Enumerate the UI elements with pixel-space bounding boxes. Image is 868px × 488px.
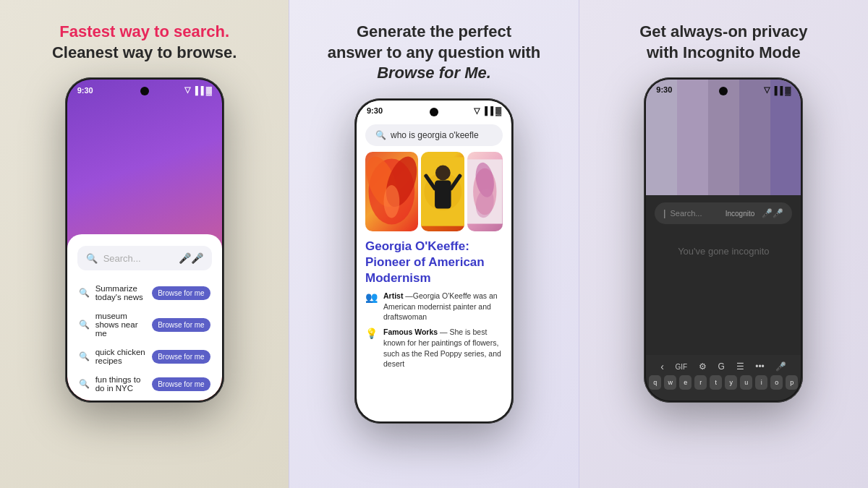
search-icon-2: 🔍 bbox=[375, 130, 386, 140]
browse-btn-3[interactable]: Browse for me bbox=[152, 350, 210, 364]
key-w[interactable]: w bbox=[664, 375, 676, 390]
search-query-2: who is georgia o'keefle bbox=[391, 130, 479, 140]
battery-icon-1: ▓ bbox=[206, 86, 212, 95]
status-time-1: 9:30 bbox=[77, 86, 93, 95]
search-box-1[interactable]: 🔍 Search... 🎤🎤 bbox=[77, 246, 212, 270]
result-item-1: 👥 Artist —Georgia O'Keeffe was an Americ… bbox=[365, 291, 503, 322]
result-item-2: 💡 Famous Works — She is best known for h… bbox=[365, 327, 503, 369]
panel3-title: Get always-on privacy with Incognito Mod… bbox=[639, 22, 807, 63]
suggestion-3[interactable]: 🔍 quick chicken recipes Browse for me bbox=[77, 343, 212, 370]
panel3-title-line1: Get always-on privacy bbox=[639, 22, 807, 40]
suggestion-1[interactable]: 🔍 Summarize today's news Browse for me bbox=[77, 279, 212, 307]
incognito-keyboard: ‹ GIF ⚙ G ☰ ••• 🎤 q w e r t bbox=[646, 355, 801, 401]
image-person bbox=[421, 152, 465, 231]
key-o[interactable]: o bbox=[770, 375, 783, 390]
voice-icon[interactable]: 🎤 bbox=[775, 361, 786, 372]
browse-btn-1[interactable]: Browse for me bbox=[152, 286, 210, 300]
search-icon-s1: 🔍 bbox=[79, 288, 90, 298]
key-q[interactable]: q bbox=[649, 375, 661, 390]
phone-3: 9:30 ▽ ▐▐ ▓ | Search... Incognito 🎤🎤 You… bbox=[644, 77, 803, 403]
panel-fastest-search: Fastest way to search. Cleanest way to b… bbox=[0, 0, 289, 488]
svg-point-6 bbox=[435, 165, 451, 180]
panel2-title: Generate the perfect answer to any quest… bbox=[328, 22, 541, 84]
settings-icon[interactable]: ⚙ bbox=[699, 361, 707, 372]
suggestion-text-3: quick chicken recipes bbox=[95, 348, 148, 365]
camera-hole-2 bbox=[430, 108, 438, 116]
incognito-search-bar[interactable]: | Search... Incognito 🎤🎤 bbox=[655, 202, 792, 224]
key-t[interactable]: t bbox=[710, 375, 722, 390]
artist-icon: 👥 bbox=[365, 291, 378, 322]
wifi-icon-2: ▽ bbox=[474, 106, 480, 116]
battery-icon-2: ▓ bbox=[495, 106, 501, 115]
search-icon-s3: 🔍 bbox=[79, 351, 90, 361]
result-label-1: Artist bbox=[383, 291, 405, 300]
back-icon[interactable]: ‹ bbox=[660, 361, 664, 372]
result-text-1: Artist —Georgia O'Keeffe was an American… bbox=[383, 291, 503, 322]
search-placeholder-3: Search... bbox=[670, 209, 720, 218]
status-time-3: 9:30 bbox=[656, 85, 672, 95]
search-icon-s4: 🔍 bbox=[79, 379, 90, 389]
svg-rect-7 bbox=[435, 180, 451, 208]
suggestion-2[interactable]: 🔍 museum shows near me Browse for me bbox=[77, 307, 212, 343]
more-icon[interactable]: ••• bbox=[755, 361, 765, 372]
status-icons-2: ▽ ▐▐ ▓ bbox=[474, 106, 501, 116]
incognito-badge: Incognito bbox=[726, 210, 755, 218]
phone3-screen: 9:30 ▽ ▐▐ ▓ | Search... Incognito 🎤🎤 You… bbox=[646, 80, 801, 401]
key-y[interactable]: y bbox=[725, 375, 737, 390]
search-bar-2[interactable]: 🔍 who is georgia o'keefle bbox=[365, 124, 503, 146]
search-icon-s2: 🔍 bbox=[79, 320, 90, 330]
wifi-icon-3: ▽ bbox=[764, 85, 770, 95]
search-overlay-1: 🔍 Search... 🎤🎤 🔍 Summarize today's news … bbox=[67, 234, 222, 401]
signal-icon-3: ▐▐ bbox=[772, 86, 783, 95]
phone1-screen: 9:30 ▽ ▐▐ ▓ 🔍 Search... 🎤🎤 bbox=[67, 80, 222, 401]
suggestion-text-2: museum shows near me bbox=[95, 312, 148, 338]
wifi-icon-1: ▽ bbox=[184, 85, 190, 95]
signal-icon-1: ▐▐ bbox=[192, 86, 204, 95]
result-text-2: Famous Works — She is best known for her… bbox=[383, 327, 503, 369]
panel2-title-line1: Generate the perfect bbox=[357, 22, 511, 40]
translate-icon[interactable]: G bbox=[718, 361, 725, 372]
panel-incognito: Get always-on privacy with Incognito Mod… bbox=[579, 0, 868, 488]
result-title: Georgia O'Keeffe:Pioneer of AmericanMode… bbox=[365, 239, 503, 286]
panel1-title-line2: Cleanest way to browse. bbox=[52, 43, 237, 61]
result-label-2: Famous Works bbox=[383, 328, 440, 336]
suggestion-4[interactable]: 🔍 fun things to do in NYC Browse for me bbox=[77, 370, 212, 398]
status-icons-1: ▽ ▐▐ ▓ bbox=[184, 85, 212, 95]
key-u[interactable]: u bbox=[740, 375, 752, 390]
panel1-title-line1: Fastest way to search. bbox=[59, 22, 229, 40]
key-r[interactable]: r bbox=[694, 375, 707, 390]
phone-1: 9:30 ▽ ▐▐ ▓ 🔍 Search... 🎤🎤 bbox=[65, 77, 224, 403]
camera-hole-1 bbox=[140, 87, 149, 95]
browse-btn-4[interactable]: Browse for me bbox=[152, 377, 210, 391]
suggestion-text-1: Summarize today's news bbox=[95, 284, 148, 301]
phone-2: 9:30 ▽ ▐▐ ▓ 🔍 who is georgia o'keefle bbox=[354, 98, 514, 424]
status-time-2: 9:30 bbox=[367, 106, 383, 116]
status-icons-3: ▽ ▐▐ ▓ bbox=[764, 85, 791, 95]
suggestion-text-4: fun things to do in NYC bbox=[95, 375, 148, 393]
key-i[interactable]: i bbox=[755, 375, 767, 390]
keyboard-row-1: q w e r t y u i o p bbox=[649, 375, 798, 390]
lightbulb-icon: 💡 bbox=[365, 327, 378, 369]
mic-icon-1: 🎤🎤 bbox=[179, 252, 203, 264]
image-gallery bbox=[365, 152, 503, 231]
panel1-title: Fastest way to search. Cleanest way to b… bbox=[52, 22, 237, 63]
mic-icon-3: 🎤🎤 bbox=[762, 208, 783, 218]
battery-icon-3: ▓ bbox=[785, 86, 791, 95]
camera-hole-3 bbox=[719, 87, 728, 95]
incognito-message: You've gone incognito bbox=[646, 246, 801, 257]
panel3-title-line2: with Incognito Mode bbox=[647, 43, 801, 61]
svg-point-3 bbox=[383, 185, 399, 218]
search-placeholder-1: Search... bbox=[103, 253, 173, 264]
image-painting-1 bbox=[365, 152, 418, 231]
signal-icon-2: ▐▐ bbox=[482, 106, 493, 115]
phone2-screen: 9:30 ▽ ▐▐ ▓ 🔍 who is georgia o'keefle bbox=[357, 100, 511, 421]
panel2-title-italic: Browse for Me. bbox=[377, 64, 491, 82]
panel-browse-for-me: Generate the perfect answer to any quest… bbox=[289, 0, 579, 488]
panel2-title-line2: answer to any question with bbox=[328, 43, 541, 61]
key-p[interactable]: p bbox=[786, 375, 798, 390]
gif-icon[interactable]: GIF bbox=[675, 363, 687, 371]
browse-btn-2[interactable]: Browse for me bbox=[152, 318, 210, 332]
clipboard-icon[interactable]: ☰ bbox=[736, 361, 744, 372]
key-e[interactable]: e bbox=[679, 375, 692, 390]
image-painting-2 bbox=[467, 152, 503, 231]
